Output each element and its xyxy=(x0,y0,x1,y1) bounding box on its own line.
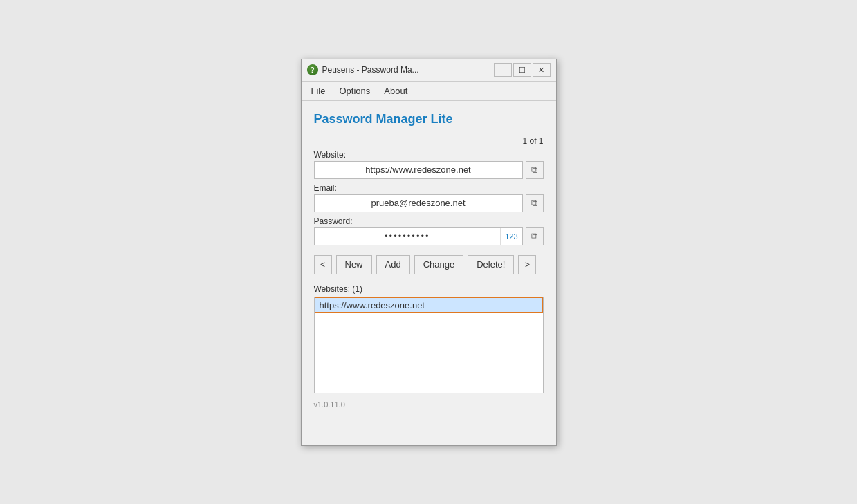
record-counter: 1 of 1 xyxy=(314,136,544,146)
email-input[interactable] xyxy=(314,194,523,212)
main-content: Password Manager Lite 1 of 1 Website: ⧉ … xyxy=(302,101,556,417)
new-button[interactable]: New xyxy=(336,255,372,274)
password-input-wrap: 123 xyxy=(314,227,523,245)
version-label: v1.0.11.0 xyxy=(314,400,544,409)
copy-website-button[interactable]: ⧉ xyxy=(526,161,544,179)
show-password-button[interactable]: 123 xyxy=(500,228,522,245)
app-icon: ? xyxy=(307,64,318,75)
password-row: 123 ⧉ xyxy=(314,227,544,245)
maximize-button[interactable]: ☐ xyxy=(513,63,531,77)
password-input[interactable] xyxy=(315,231,501,241)
delete-button[interactable]: Delete! xyxy=(468,255,514,274)
app-window: ? Peusens - Password Ma... — ☐ ✕ File Op… xyxy=(301,59,557,446)
window-controls: — ☐ ✕ xyxy=(494,63,551,77)
next-button[interactable]: > xyxy=(518,255,536,274)
website-label: Website: xyxy=(314,150,544,160)
menu-bar: File Options About xyxy=(302,82,556,101)
copy-email-icon: ⧉ xyxy=(531,198,537,209)
minimize-button[interactable]: — xyxy=(494,63,512,77)
website-input[interactable] xyxy=(314,161,523,179)
change-button[interactable]: Change xyxy=(414,255,464,274)
website-row: ⧉ xyxy=(314,161,544,179)
action-buttons: < New Add Change Delete! > xyxy=(314,255,544,274)
list-item[interactable]: https://www.redeszone.net xyxy=(315,297,543,313)
websites-list[interactable]: https://www.redeszone.net xyxy=(314,297,544,393)
add-button[interactable]: Add xyxy=(376,255,410,274)
app-title: Password Manager Lite xyxy=(314,112,544,127)
copy-password-icon: ⧉ xyxy=(531,231,537,242)
title-bar: ? Peusens - Password Ma... — ☐ ✕ xyxy=(302,59,556,82)
password-label: Password: xyxy=(314,216,544,226)
close-button[interactable]: ✕ xyxy=(533,63,551,77)
copy-password-button[interactable]: ⧉ xyxy=(526,227,544,245)
menu-options[interactable]: Options xyxy=(332,83,377,99)
menu-file[interactable]: File xyxy=(304,83,333,99)
email-row: ⧉ xyxy=(314,194,544,212)
email-label: Email: xyxy=(314,183,544,193)
prev-button[interactable]: < xyxy=(314,255,332,274)
copy-email-button[interactable]: ⧉ xyxy=(526,194,544,212)
window-title: Peusens - Password Ma... xyxy=(322,65,494,75)
copy-website-icon: ⧉ xyxy=(531,165,537,176)
websites-section-label: Websites: (1) xyxy=(314,284,544,294)
menu-about[interactable]: About xyxy=(377,83,414,99)
